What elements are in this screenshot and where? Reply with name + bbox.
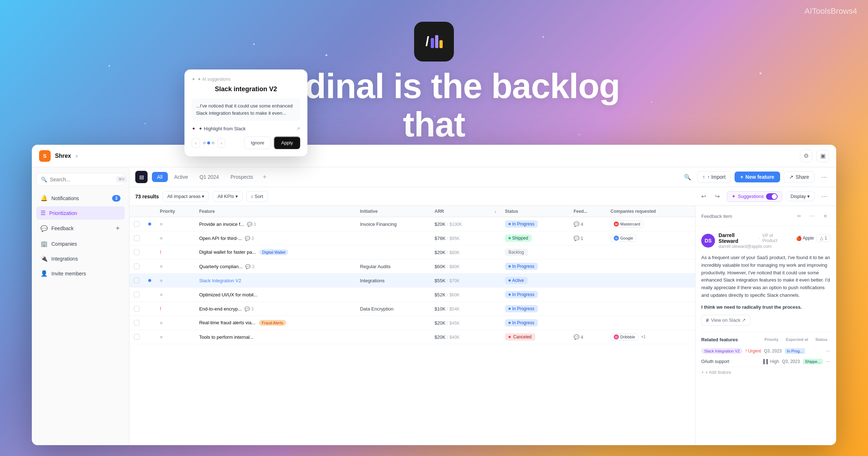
notifications-badge: 3 [112,195,120,202]
table-row[interactable]: ≡ Open API for third-... 💬 3 $78K / $95K… [129,231,695,245]
highlight-label: ✦ Highlight from Slack [199,126,246,131]
company-badge: G Google [610,235,636,242]
layout-button[interactable]: ▣ [817,150,829,162]
row-dot [148,279,151,282]
sidebar-item-companies[interactable]: 🏢 Companies [36,237,125,250]
more-actions-button[interactable]: ⋯ [818,171,830,183]
feature-tag: Fraud Alerts [259,320,286,326]
sidebar-item-notifications[interactable]: 🔔 Notifications 3 [36,191,125,205]
sidebar-item-invite[interactable]: 👤 Invite members [36,267,125,280]
tab-add-button[interactable]: + [260,172,270,182]
logo-bars [431,35,443,48]
arr-value: $20K [435,221,446,227]
search-button[interactable]: 🔍 [681,171,694,183]
related-priority: ! Urgent [745,349,761,354]
feature-tag: Digital Wallet [259,249,288,255]
impact-areas-label: All impact areas ▾ [167,194,204,199]
row-checkbox[interactable] [134,263,140,269]
ai-card-buttons: Ignore Apply [244,136,300,149]
display-button[interactable]: Display ▾ [786,191,814,201]
row-checkbox[interactable] [134,235,140,241]
status-dot [509,223,511,225]
col-arr-sort[interactable]: ↓ [490,206,501,217]
tab-q1-2024[interactable]: Q1 2024 [195,172,224,182]
redo-button[interactable]: ↪ [711,190,723,203]
toggle-knob [772,194,777,199]
related-more-button[interactable]: ⋯ [826,348,830,354]
row-checkbox[interactable] [134,278,140,283]
feed-count: 💬 1 [574,236,602,241]
status-badge: In Progress [505,291,538,298]
notifications-label: Notifications [51,195,79,201]
related-more-button[interactable]: ⋯ [826,359,830,364]
panel-more-button[interactable]: ⋯ [807,211,817,221]
upvote-badge[interactable]: △ 1 [817,234,830,242]
settings-button[interactable]: ⚙ [800,150,812,162]
suggestions-toggle[interactable]: ✦ Suggestions [727,191,782,202]
add-icon: + [701,370,704,375]
row-checkbox[interactable] [134,320,140,326]
table-row[interactable]: ! Digital wallet for faster pa... Digita… [129,245,695,259]
sidebar-item-feedback[interactable]: 💬 Feedback ✦ [36,221,125,236]
related-feature-row[interactable]: Slack Integration V2 ! Urgent Q3, 2023 I… [701,346,830,356]
sort-button[interactable]: ↕ Sort [246,191,268,202]
invite-icon: 👤 [41,270,48,277]
related-feature-row[interactable]: OAuth support ▐▐ High Q3, 2023 Shippe...… [701,356,830,367]
tab-active[interactable]: Active [169,172,193,182]
col-companies: Companies requested [606,206,695,217]
sidebar-item-prioritization[interactable]: ☰ Prioritization [36,206,125,220]
logo-slash: / [425,34,429,49]
prev-suggestion-button[interactable]: ‹ [192,138,200,148]
row-checkbox[interactable] [134,249,140,255]
search-input[interactable] [50,177,113,182]
tab-all[interactable]: All [152,172,168,182]
add-feature-button[interactable]: + + Add feature [701,367,830,378]
author-avatar: DS [701,234,715,248]
search-box[interactable]: 🔍 ⌘K [36,173,125,186]
row-checkbox[interactable] [134,334,140,340]
edit-panel-button[interactable]: ✏ [794,211,804,221]
watermark: AIToolsBrows4 [804,7,857,16]
status-badge: In Progress [505,319,538,326]
slack-link-label: View on Slack ↗ [711,317,746,323]
high-priority-icon: ▐▐ [762,359,768,364]
status-badge: In Progress [505,305,538,312]
related-priority: ▐▐ High [762,359,779,364]
arr-value: $20K [435,334,446,340]
prioritization-label: Prioritization [49,210,77,216]
table-row[interactable]: ≡ Slack Integration V2 Integrations $55K… [129,274,695,288]
row-checkbox[interactable] [134,221,140,227]
next-suggestion-button[interactable]: › [217,138,226,148]
share-button[interactable]: ↗ Share [784,171,814,183]
ignore-button[interactable]: Ignore [244,136,271,149]
suggestions-label: Suggestions [738,194,764,199]
highlight-from-slack: ✦ ✦ Highlight from Slack ↗ [192,126,300,131]
close-panel-button[interactable]: ✕ [820,211,830,221]
table-row[interactable]: ≡ Optimized UI/UX for mobil... $52K / $6… [129,288,695,302]
row-checkbox[interactable] [134,306,140,312]
row-checkbox[interactable] [134,292,140,297]
layout-toggle-button[interactable]: ▤ [135,171,148,183]
kpis-filter[interactable]: All KPIs ▾ [213,191,242,202]
table-row[interactable]: ≡ Real-time fraud alerts via... Fraud Al… [129,316,695,330]
comment-icon: 💬 3 [244,307,254,312]
table-row[interactable]: ≡ Tools to perform internal... $20K / $4… [129,330,695,344]
arr-slash: / [447,221,448,227]
overflow-menu-button[interactable]: ⋯ [818,190,830,203]
comment-icon: 💬 3 [247,222,256,227]
impact-areas-filter[interactable]: All impact areas ▾ [162,191,209,202]
table-row[interactable]: ≡ Provide an invoice f... 💬 3 Invoice Fi… [129,217,695,231]
status-badge: In Progress [505,220,538,228]
sidebar-item-integrations[interactable]: 🔌 Integrations [36,252,125,265]
ai-suggestion-card: ✦ ✦ AI suggestions Slack integration V2 … [184,69,307,156]
suggestions-switch[interactable] [766,193,778,200]
new-feature-button[interactable]: + New feature [735,172,780,182]
col-status-header: Status [812,337,830,342]
import-button[interactable]: ↑ ↑ Import [697,171,731,183]
tab-prospects[interactable]: Prospects [225,172,258,182]
undo-button[interactable]: ↩ [697,190,710,203]
table-row[interactable]: ! End-to-end encryp... 💬 3 Data Encrypti… [129,302,695,316]
table-row[interactable]: ≡ Quarterly complian... 💬 3 Regular Audi… [129,259,695,274]
slack-link-button[interactable]: # View on Slack ↗ [701,315,750,326]
apply-button[interactable]: Apply [274,136,300,149]
